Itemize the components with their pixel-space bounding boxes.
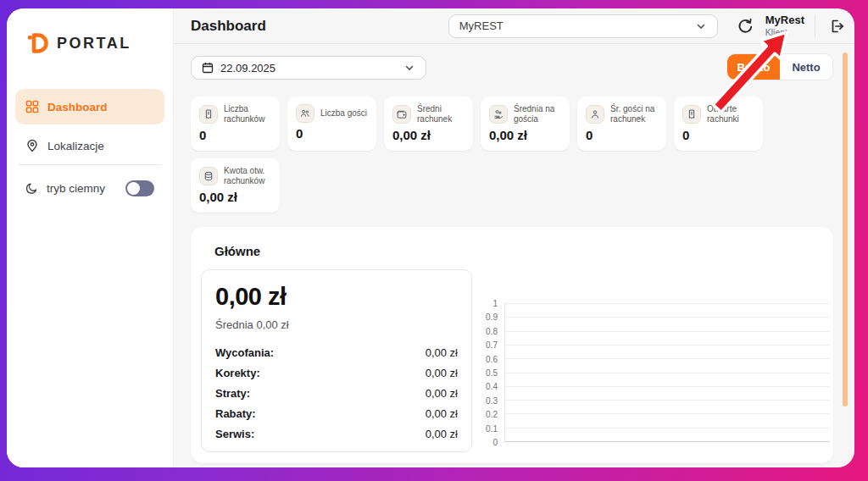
- stat-cards-row-1: Liczba rachunków 0 Liczba gości 0 Średni…: [191, 97, 763, 151]
- grid-icon: [25, 100, 39, 113]
- user-name: MyRest: [765, 14, 804, 27]
- stat-card-liczba-gosci: Liczba gości 0: [287, 97, 376, 151]
- y-axis-tick-label: 0: [492, 438, 498, 447]
- moon-icon: [25, 182, 38, 195]
- chart: 1 0.9 0.8 0.7 0.6 0.5 0.4 0.3 0.2 0.1 0: [479, 303, 830, 442]
- stat-value: 0: [682, 128, 754, 142]
- netto-button[interactable]: Netto: [780, 54, 832, 80]
- stat-value: 0: [296, 126, 368, 141]
- y-axis-tick-label: 0.7: [486, 340, 498, 350]
- stat-label: Otwarte rachunki: [707, 104, 754, 124]
- y-axis-tick-label: 0.2: [486, 410, 498, 419]
- summary-rows: Wycofania:0,00 zł Korekty:0,00 zł Straty…: [215, 342, 458, 444]
- gridline: [505, 386, 830, 387]
- row-label: Serwis:: [215, 428, 254, 440]
- dark-mode-row: tryb ciemny: [15, 171, 164, 205]
- row-label: Straty:: [215, 387, 250, 400]
- vertical-scrollbar[interactable]: [843, 53, 848, 406]
- y-axis-tick-label: 0.1: [486, 423, 498, 433]
- guests-icon: [296, 104, 314, 123]
- stat-cards-row-2: Kwota otw. rachunków 0,00 zł: [191, 158, 280, 213]
- row-value: 0,00 zł: [426, 407, 458, 420]
- stat-label: Śr. gości na rachunek: [610, 104, 658, 124]
- panel-title: Główne: [214, 244, 260, 258]
- app-window: PORTAL Dashboard Lok: [7, 8, 854, 467]
- stat-label: Liczba gości: [320, 108, 367, 119]
- page-title: Dashboard: [191, 18, 266, 35]
- stat-card-kwota-otw-rachunkow: Kwota otw. rachunków 0,00 zł: [191, 158, 280, 213]
- gridline: [505, 428, 830, 428]
- logout-button[interactable]: [826, 16, 846, 36]
- logo-text: PORTAL: [57, 35, 131, 53]
- sidebar-item-lokalizacje[interactable]: Lokalizacje: [15, 128, 164, 163]
- row-value: 0,00 zł: [426, 367, 458, 379]
- stat-label: Kwota otw. rachunków: [224, 166, 271, 186]
- sidebar-item-dashboard[interactable]: Dashboard: [15, 89, 164, 124]
- glowne-panel: Główne 0,00 zł Średnia 0,00 zł Wycofania…: [191, 227, 833, 463]
- stat-value: 0,00 zł: [392, 128, 465, 142]
- sidebar-nav: Dashboard Lokalizacje: [15, 89, 164, 163]
- date-value: 22.09.2025: [220, 62, 275, 75]
- gridline: [505, 331, 830, 332]
- summary-row: Wycofania:0,00 zł: [215, 342, 458, 362]
- gridline: [505, 413, 830, 414]
- location-select-value: MyREST: [459, 19, 504, 32]
- stat-value: 0: [199, 128, 271, 142]
- brutto-button[interactable]: Brutto: [727, 54, 780, 80]
- map-pin-icon: [25, 139, 39, 152]
- stat-value: 0,00 zł: [199, 190, 271, 204]
- topbar: Dashboard MyREST MyRest Klient: [174, 8, 854, 44]
- toggle-knob: [127, 182, 140, 195]
- row-label: Wycofania:: [215, 346, 274, 359]
- stat-card-srednia-na-goscia: Średnia na gościa 0,00 zł: [481, 97, 570, 151]
- sidebar-divider: [19, 164, 161, 165]
- chart-y-axis: 1 0.9 0.8 0.7 0.6 0.5 0.4 0.3 0.2 0.1 0: [479, 303, 501, 442]
- stat-label: Średnia na gościa: [514, 104, 561, 124]
- location-select[interactable]: MyREST: [448, 14, 718, 38]
- person-icon: [586, 105, 604, 124]
- y-axis-tick-label: 0.5: [486, 368, 498, 378]
- stat-value: 0: [586, 128, 658, 142]
- y-axis-tick-label: 1: [492, 299, 498, 308]
- brutto-netto-toggle: Brutto Netto: [727, 54, 832, 80]
- sidebar-item-label: Dashboard: [47, 101, 108, 113]
- average-value: Średnia 0,00 zł: [215, 318, 458, 331]
- dark-mode-toggle[interactable]: [125, 180, 154, 196]
- row-value: 0,00 zł: [426, 387, 458, 400]
- total-value: 0,00 zł: [215, 283, 458, 311]
- summary-row: Straty:0,00 zł: [215, 383, 458, 403]
- calendar-icon: [202, 62, 214, 74]
- summary-row: Serwis:0,00 zł: [215, 423, 458, 444]
- stat-label: Średni rachunek: [417, 104, 465, 124]
- summary-row: Rabaty:0,00 zł: [215, 403, 458, 423]
- coins-icon: [199, 167, 218, 185]
- gridline: [505, 345, 830, 346]
- dark-mode-label: tryb ciemny: [47, 182, 105, 195]
- row-value: 0,00 zł: [426, 346, 458, 359]
- sidebar-item-label: Lokalizacje: [47, 140, 104, 152]
- stat-card-sr-gosci-na-rachunek: Śr. gości na rachunek 0: [577, 97, 666, 151]
- stat-card-otwarte-rachunki: Otwarte rachunki 0: [674, 97, 763, 151]
- gridline: [505, 358, 830, 359]
- stat-card-liczba-rachunkow: Liczba rachunków 0: [191, 97, 280, 151]
- portal-logo: PORTAL: [25, 30, 131, 56]
- summary-card: 0,00 zł Średnia 0,00 zł Wycofania:0,00 z…: [201, 269, 472, 452]
- main-area: Dashboard MyREST MyRest Klient: [174, 8, 854, 467]
- wallet-icon: [392, 105, 411, 124]
- gridline: [505, 373, 830, 373]
- chart-plot-area: [504, 303, 830, 442]
- row-value: 0,00 zł: [426, 428, 458, 440]
- topbar-divider: [815, 15, 815, 37]
- portal-logo-icon: [25, 30, 51, 56]
- stat-value: 0,00 zł: [489, 128, 561, 142]
- hand-coins-icon: [489, 105, 508, 124]
- y-axis-tick-label: 0.6: [486, 354, 498, 363]
- date-picker[interactable]: 22.09.2025: [191, 56, 426, 80]
- refresh-button[interactable]: [735, 16, 755, 36]
- gridline: [505, 303, 830, 304]
- user-account[interactable]: MyRest Klient: [765, 14, 804, 37]
- gridline: [505, 317, 830, 318]
- y-axis-tick-label: 0.3: [486, 395, 498, 405]
- receipt-icon: [682, 105, 701, 124]
- sidebar: PORTAL Dashboard Lok: [7, 8, 174, 467]
